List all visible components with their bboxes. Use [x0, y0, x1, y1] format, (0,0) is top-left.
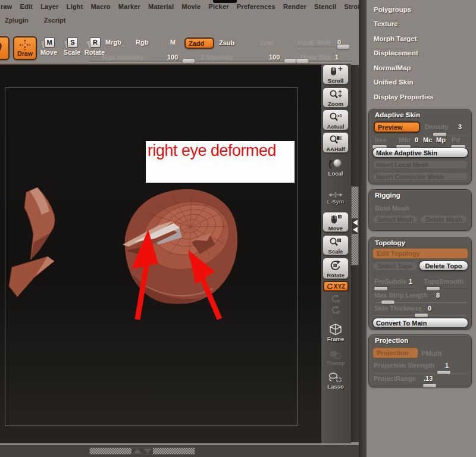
zoom-button[interactable]: Zoom [322, 87, 349, 108]
move-tool-button[interactable]: M Move [37, 37, 61, 56]
select-mesh-button[interactable]: Select Mesh [372, 215, 418, 224]
y-rotate-button[interactable]: Y [322, 295, 349, 304]
top-toolbar: Draw M Move S Scale R Rotate Mrgb Rgb M … [0, 27, 359, 64]
focal-shift-handle[interactable] [337, 44, 350, 49]
transp-button[interactable]: Transp [322, 349, 349, 366]
scroll-left-arrow-icon[interactable] [353, 227, 358, 233]
presubdiv-slider-handle[interactable] [374, 286, 388, 291]
scale-tool-label: Scale [64, 49, 81, 56]
magnifier-zoom-icon [328, 89, 343, 101]
magnifier-1to1-icon: x1 [328, 112, 343, 123]
section-displacement[interactable]: Displacement [374, 49, 418, 57]
svg-text:x1: x1 [337, 114, 342, 118]
menu-render[interactable]: Render [283, 3, 306, 10]
insert-local-mesh-button[interactable]: Insert Local Mesh [372, 160, 468, 169]
move-view-button[interactable]: Move [322, 212, 349, 232]
actual-button[interactable]: x1 Actual [322, 109, 349, 130]
insert-connector-mesh-button[interactable]: Insert Connector Mesh [372, 172, 468, 181]
menu-edit[interactable]: Edit [20, 3, 33, 10]
scroll-button[interactable]: Scroll [322, 64, 349, 84]
rgb-toggle[interactable]: Rgb [136, 39, 148, 46]
lsym-button[interactable]: L.Sym [322, 191, 349, 205]
scale-tool-button[interactable]: S Scale [60, 37, 84, 56]
preview-button[interactable]: Preview [374, 121, 420, 133]
zcut-toggle[interactable]: Zcut [260, 39, 274, 46]
aahalf-button[interactable]: AAHalf [322, 132, 349, 153]
menu-macro[interactable]: Macro [90, 3, 110, 10]
menu-zscript[interactable]: Zscript [44, 17, 66, 24]
adaptive-skin-title[interactable]: Adaptive Skin [375, 111, 420, 118]
projection-button[interactable]: Projection [372, 348, 418, 358]
scroll-down-arrow-icon[interactable] [143, 449, 152, 453]
xyz-rotate-button[interactable]: XYZ [323, 281, 349, 292]
horizontal-scroll-arrows[interactable] [131, 448, 153, 454]
projection-strength-handle[interactable] [437, 370, 451, 375]
lasso-button[interactable]: Lasso [322, 372, 349, 390]
menu-zplugin[interactable]: Zplugin [5, 17, 29, 24]
menu-movie[interactable]: Movie [181, 3, 201, 10]
mc-toggle[interactable]: Mc [423, 136, 432, 143]
z-intensity-track[interactable] [196, 61, 290, 62]
menu-preferences[interactable]: Preferences [237, 3, 275, 10]
vertical-scrollbar[interactable] [351, 65, 359, 442]
rotate-view-button[interactable]: Rotate [322, 258, 349, 279]
menu-marker[interactable]: Marker [118, 3, 140, 10]
mesh-eye-socket [123, 189, 237, 304]
section-unified-skin[interactable]: Unified Skin [374, 79, 413, 86]
rgb-intensity-track[interactable] [89, 61, 184, 62]
zsub-toggle[interactable]: Zsub [219, 39, 234, 46]
menu-draw[interactable]: raw [1, 3, 12, 10]
section-polygroups[interactable]: Polygroups [374, 6, 411, 13]
canvas-tool-strip: Scroll Zoom x1 Actual AAHalf [321, 64, 351, 443]
draw-tool-button[interactable]: Draw [13, 36, 37, 60]
make-adaptive-skin-button[interactable]: Make Adaptive Skin [372, 148, 468, 158]
rigging-title[interactable]: Rigging [375, 192, 400, 199]
z-intensity-handle[interactable] [284, 58, 297, 64]
skin-thickness-handle[interactable] [414, 313, 428, 318]
section-morph-target[interactable]: Morph Target [374, 35, 417, 42]
cube-frame-icon [328, 323, 343, 336]
menu-light[interactable]: Light [67, 3, 83, 10]
draw-size-handle[interactable] [296, 58, 309, 64]
convert-to-main-button[interactable]: Convert To Main [372, 318, 468, 328]
select-topo-button[interactable]: Select Topo [372, 261, 418, 271]
menu-layer[interactable]: Layer [40, 3, 58, 10]
zadd-button[interactable]: Zadd [184, 37, 214, 49]
local-button[interactable]: Local [322, 158, 349, 177]
topology-title[interactable]: Topology [375, 239, 405, 246]
scale-view-button[interactable]: Scale [322, 235, 349, 255]
frame-button[interactable]: Frame [322, 323, 349, 342]
vertical-scroll-arrows[interactable] [352, 218, 358, 234]
projection-strength-track[interactable] [374, 372, 468, 373]
projectrange-handle[interactable] [422, 383, 437, 388]
projection-title[interactable]: Projection [375, 337, 408, 344]
edit-topology-button[interactable]: Edit Topology [372, 248, 468, 259]
z-rotate-button[interactable]: Z [322, 306, 349, 315]
pmulti-toggle[interactable]: PMulti [421, 350, 442, 357]
horizontal-scrollbar-thumb[interactable] [89, 447, 195, 455]
viewport[interactable]: right eye deformed [0, 64, 321, 443]
scale-key-icon: S [65, 37, 79, 48]
magnifier-aahalf-icon [328, 134, 343, 146]
brush-tool-button[interactable] [0, 36, 10, 60]
projectrange-value: .13 [424, 375, 433, 382]
menu-stencil[interactable]: Stencil [314, 3, 336, 10]
delete-mesh-button[interactable]: Delete Mesh [420, 215, 468, 224]
toposmooth-slider-handle[interactable] [426, 286, 440, 291]
rgb-intensity-handle[interactable] [182, 58, 195, 64]
section-normalmap[interactable]: NormalMap [374, 64, 411, 71]
mp-toggle[interactable]: Mp [436, 136, 446, 143]
delete-topo-button[interactable]: Delete Topo [419, 261, 468, 271]
menu-material[interactable]: Material [148, 3, 174, 10]
bind-mesh-button[interactable]: Bind Mesh [375, 205, 409, 212]
scroll-up-arrow-icon[interactable] [133, 449, 142, 453]
menu-picker[interactable]: Picker [208, 3, 228, 10]
vertical-scrollbar-thumb[interactable] [351, 186, 359, 265]
max-strip-length-handle[interactable] [381, 300, 395, 305]
projectrange-track[interactable] [374, 385, 468, 386]
section-texture[interactable]: Texture [374, 20, 398, 27]
mrgb-toggle[interactable]: Mrgb [105, 39, 121, 46]
section-display-properties[interactable]: Display Properties [374, 93, 434, 101]
m-toggle[interactable]: M [170, 39, 176, 46]
scroll-left-arrow-icon[interactable] [353, 220, 358, 226]
